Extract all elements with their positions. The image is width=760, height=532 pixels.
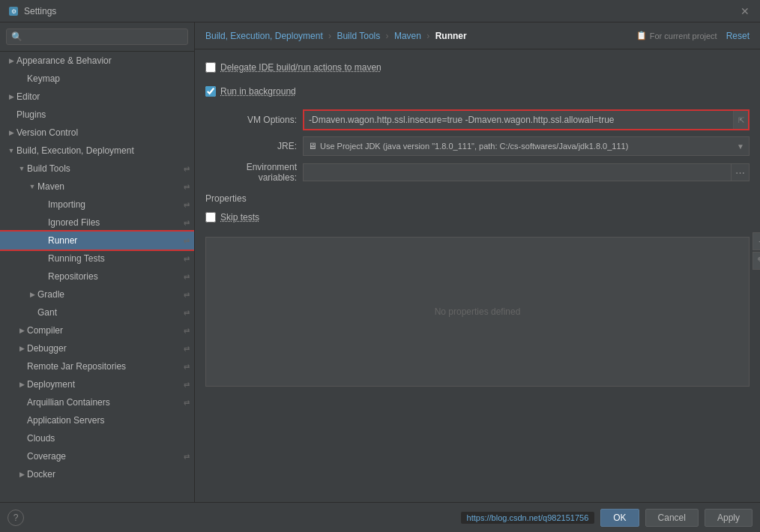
tree-sync-icon-ignored-files: ⇄: [181, 217, 193, 229]
tree-arrow-repositories: [37, 271, 48, 282]
vm-options-input[interactable]: [304, 111, 733, 129]
tree-label-deployment: Deployment: [27, 379, 181, 390]
sidebar-item-repositories[interactable]: Repositories⇄: [0, 267, 194, 285]
tree-label-app-servers: Application Servers: [27, 415, 194, 426]
tree-label-coverage: Coverage: [27, 451, 181, 462]
sidebar-item-gradle[interactable]: ▶Gradle⇄: [0, 285, 194, 303]
search-input[interactable]: [6, 28, 188, 45]
tree-label-maven: Maven: [37, 181, 181, 192]
jre-select[interactable]: 🖥 Use Project JDK (java version "1.8.0_1…: [303, 136, 750, 156]
breadcrumb-build[interactable]: Build, Execution, Deployment: [205, 31, 323, 41]
sidebar-item-docker[interactable]: ▶Docker: [0, 465, 194, 483]
tree-arrow-arquillian: [16, 397, 27, 408]
sidebar-item-app-servers[interactable]: Application Servers: [0, 411, 194, 429]
sidebar-item-runner[interactable]: Runner⇄: [0, 232, 194, 250]
run-background-row: Run in background: [205, 82, 750, 100]
tree-label-importing: Importing: [48, 199, 181, 210]
sidebar-item-gant[interactable]: Gant⇄: [0, 303, 194, 321]
no-properties-text: No properties defined: [435, 306, 521, 317]
tree-label-clouds: Clouds: [27, 433, 194, 444]
sidebar-item-editor[interactable]: ▶Editor: [0, 88, 194, 106]
sidebar-item-importing[interactable]: Importing⇄: [0, 196, 194, 214]
tree-sync-icon-arquillian: ⇄: [181, 396, 193, 408]
tree-arrow-remote-jar: [16, 361, 27, 372]
env-edit-button[interactable]: ⋯: [732, 163, 750, 181]
properties-section: Properties Skip tests No properties defi…: [205, 193, 750, 387]
delegate-label: Delegate IDE build/run actions to maven: [220, 62, 381, 73]
edit-property-button[interactable]: ✎: [753, 252, 760, 270]
tree-label-build-exec-deploy: Build, Execution, Deployment: [16, 145, 194, 156]
tree-arrow-ignored-files: [37, 217, 48, 228]
sep1: ›: [328, 31, 334, 41]
breadcrumb-tools[interactable]: Build Tools: [337, 31, 380, 41]
env-input[interactable]: [303, 163, 732, 181]
tree-label-plugins: Plugins: [16, 109, 194, 120]
vm-options-label: VM Options:: [205, 115, 303, 125]
reset-button[interactable]: Reset: [726, 31, 750, 41]
sidebar-item-ignored-files[interactable]: Ignored Files⇄: [0, 214, 194, 232]
tree-arrow-maven: ▼: [27, 181, 37, 192]
add-property-button[interactable]: +: [753, 232, 760, 250]
tree-arrow-coverage: [16, 451, 27, 462]
run-background-label: Run in background: [220, 86, 296, 97]
sidebar-item-build-exec-deploy[interactable]: ▼Build, Execution, Deployment: [0, 142, 194, 160]
tree-arrow-runner: [37, 235, 48, 246]
skip-tests-row: Skip tests: [205, 208, 750, 226]
tree-label-remote-jar: Remote Jar Repositories: [27, 361, 181, 372]
tree-label-gant: Gant: [37, 307, 181, 318]
sidebar-item-remote-jar[interactable]: Remote Jar Repositories⇄: [0, 357, 194, 375]
breadcrumb-bar: Build, Execution, Deployment › Build Too…: [195, 22, 760, 49]
main-layout: ▶Appearance & BehaviorKeymap▶EditorPlugi…: [0, 22, 760, 502]
run-background-checkbox[interactable]: [205, 86, 216, 97]
jre-icon: 🖥: [308, 141, 317, 151]
content-area: Build, Execution, Deployment › Build Too…: [195, 22, 760, 502]
sidebar-item-running-tests[interactable]: Running Tests⇄: [0, 250, 194, 267]
tree-sync-icon-compiler: ⇄: [181, 324, 193, 336]
tree-label-compiler: Compiler: [27, 325, 181, 336]
sidebar-item-debugger[interactable]: ▶Debugger⇄: [0, 339, 194, 357]
sidebar-item-clouds[interactable]: Clouds: [0, 429, 194, 447]
apply-button[interactable]: Apply: [705, 509, 753, 527]
breadcrumb-current: Runner: [435, 31, 467, 41]
tree-arrow-clouds: [16, 433, 27, 444]
skip-tests-checkbox[interactable]: [205, 212, 216, 223]
sidebar-item-compiler[interactable]: ▶Compiler⇄: [0, 321, 194, 339]
tree-label-gradle: Gradle: [37, 289, 181, 300]
tree-label-runner: Runner: [48, 235, 181, 246]
env-wrapper: ⋯: [303, 163, 750, 181]
tree-arrow-editor: ▶: [6, 91, 16, 102]
sidebar-item-keymap[interactable]: Keymap: [0, 70, 194, 88]
cancel-button[interactable]: Cancel: [645, 509, 699, 527]
tree-arrow-build-tools: ▼: [16, 163, 27, 174]
help-button[interactable]: ?: [7, 510, 24, 526]
sidebar-item-coverage[interactable]: Coverage⇄: [0, 447, 194, 465]
tree-arrow-compiler: ▶: [16, 325, 27, 336]
tree-label-keymap: Keymap: [27, 73, 194, 84]
sidebar-item-build-tools[interactable]: ▼Build Tools⇄: [0, 160, 194, 178]
tree-sync-icon-gant: ⇄: [181, 306, 193, 318]
jre-row: JRE: 🖥 Use Project JDK (java version "1.…: [205, 136, 750, 156]
vm-options-field: ⇱: [303, 109, 750, 130]
sidebar-item-version-control[interactable]: ▶Version Control: [0, 124, 194, 142]
sep3: ›: [426, 31, 432, 41]
tree-arrow-app-servers: [16, 415, 27, 426]
sidebar-item-arquillian[interactable]: Arquillian Containers⇄: [0, 393, 194, 411]
tree-sync-icon-coverage: ⇄: [181, 450, 193, 462]
sidebar-item-deployment[interactable]: ▶Deployment⇄: [0, 375, 194, 393]
svg-text:⚙: ⚙: [11, 8, 16, 15]
delegate-checkbox[interactable]: [205, 62, 216, 73]
tree-label-appearance: Appearance & Behavior: [16, 55, 194, 66]
tree-arrow-running-tests: [37, 253, 48, 264]
sidebar-item-appearance[interactable]: ▶Appearance & Behavior: [0, 52, 194, 70]
ok-button[interactable]: OK: [600, 509, 639, 527]
tree-arrow-gant: [27, 307, 37, 318]
vm-expand-button[interactable]: ⇱: [733, 111, 748, 129]
close-button[interactable]: ✕: [738, 4, 753, 19]
tree-arrow-gradle: ▶: [27, 289, 37, 300]
sidebar-item-maven[interactable]: ▼Maven⇄: [0, 178, 194, 196]
env-vars-row: Environment variables: ⋯: [205, 162, 750, 183]
sidebar-item-plugins[interactable]: Plugins: [0, 106, 194, 124]
tree-sync-icon-maven: ⇄: [181, 181, 193, 193]
breadcrumb-maven[interactable]: Maven: [394, 31, 421, 41]
tree-sync-icon-debugger: ⇄: [181, 342, 193, 354]
